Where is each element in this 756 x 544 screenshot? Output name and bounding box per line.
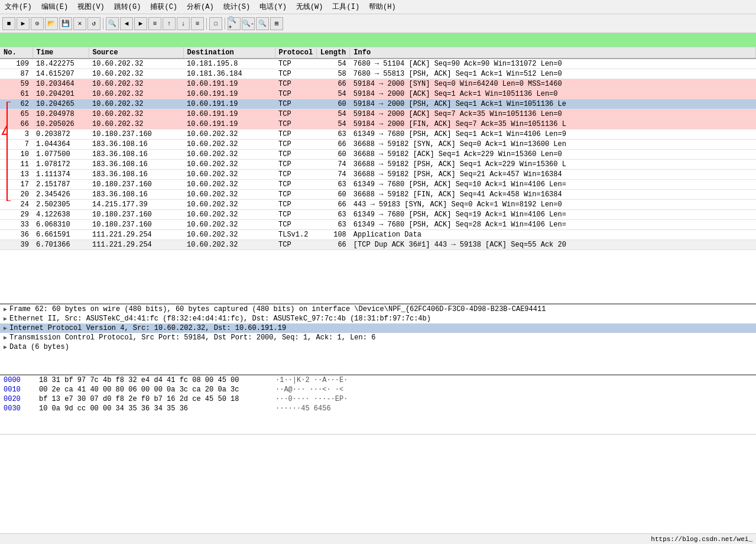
- col-header-source[interactable]: Source: [89, 47, 183, 59]
- table-row[interactable]: 109 18.422275 10.60.202.32 10.181.195.8 …: [0, 59, 756, 69]
- cell-protocol: TCP: [275, 190, 317, 200]
- find-button[interactable]: 🔍: [106, 17, 119, 30]
- col-header-destination[interactable]: Destination: [183, 47, 275, 59]
- table-row[interactable]: 62 10.204265 10.60.202.32 10.60.191.19 T…: [0, 99, 756, 109]
- cell-no: 39: [0, 240, 33, 250]
- table-row[interactable]: 7 1.044364 183.36.108.16 10.60.202.32 TC…: [0, 140, 756, 150]
- table-row[interactable]: 24 2.502305 14.215.177.39 10.60.202.32 T…: [0, 200, 756, 210]
- cell-dest: 10.60.191.19: [183, 119, 275, 129]
- statusbar: https://blog.csdn.net/wei_: [0, 533, 756, 544]
- cell-length: 54: [317, 109, 350, 119]
- table-row[interactable]: 87 14.615207 10.60.202.32 10.181.36.184 …: [0, 69, 756, 79]
- sep3: [225, 18, 225, 30]
- cell-dest: 10.60.202.32: [183, 230, 275, 240]
- table-row[interactable]: 65 10.204978 10.60.202.32 10.60.191.19 T…: [0, 109, 756, 119]
- filter-input[interactable]: tcp: [2, 36, 754, 44]
- open-button[interactable]: 📂: [45, 17, 58, 30]
- save-button[interactable]: 💾: [59, 17, 72, 30]
- hex-row: 0030 10 0a 9d cc 00 00 34 35 36 34 35 36…: [0, 404, 756, 413]
- detail-pane: ▶Frame 62: 60 bytes on wire (480 bits), …: [0, 305, 756, 375]
- col-header-info[interactable]: Info: [350, 47, 756, 59]
- cell-no: 20: [0, 190, 33, 200]
- goto-button[interactable]: ≡: [148, 17, 161, 30]
- table-row[interactable]: 66 10.205026 10.60.202.32 10.60.191.19 T…: [0, 119, 756, 129]
- menu-capture[interactable]: 捕获(C): [148, 1, 180, 12]
- cell-info: 61349 → 7680 [PSH, ACK] Seq=19 Ack=1 Win…: [350, 210, 756, 220]
- detail-item[interactable]: ▶Internet Protocol Version 4, Src: 10.60…: [0, 323, 756, 333]
- hex-pane: 0000 18 31 bf 97 7c 4b f8 32 e4 d4 41 fc…: [0, 375, 756, 435]
- col-header-protocol[interactable]: Protocol: [275, 47, 317, 59]
- cell-no: 29: [0, 210, 33, 220]
- close-button[interactable]: ✕: [73, 17, 86, 30]
- table-row[interactable]: 61 10.204201 10.60.202.32 10.60.191.19 T…: [0, 89, 756, 99]
- cell-protocol: TCP: [275, 129, 317, 140]
- sep2: [206, 18, 207, 30]
- detail-item[interactable]: ▶Transmission Control Protocol, Src Port…: [0, 333, 756, 342]
- table-row[interactable]: 17 2.151787 10.180.237.160 10.60.202.32 …: [0, 180, 756, 190]
- record-button[interactable]: ⊙: [31, 17, 44, 30]
- menu-file[interactable]: 文件(F): [2, 1, 34, 12]
- cell-time: 6.661591: [33, 230, 89, 240]
- detail-item[interactable]: ▶Ethernet II, Src: ASUSTekC_d4:41:fc (f8…: [0, 314, 756, 323]
- forward-button[interactable]: ▶: [134, 17, 147, 30]
- cell-source: 10.60.202.32: [89, 89, 183, 99]
- colorize-button[interactable]: ☐: [209, 17, 222, 30]
- packet-list-container[interactable]: No. Time Source Destination Protocol Len…: [0, 47, 756, 305]
- menu-edit[interactable]: 编辑(E): [39, 1, 71, 12]
- col-header-time[interactable]: Time: [33, 47, 89, 59]
- table-row[interactable]: 39 6.701366 111.221.29.254 10.60.202.32 …: [0, 240, 756, 250]
- table-row[interactable]: 33 6.068310 10.180.237.160 10.60.202.32 …: [0, 220, 756, 230]
- menu-jump[interactable]: 跳转(G): [112, 1, 144, 12]
- menu-stats[interactable]: 统计(S): [221, 1, 253, 12]
- col-header-no[interactable]: No.: [0, 47, 33, 59]
- table-row[interactable]: 10 1.077500 183.36.108.16 10.60.202.32 T…: [0, 150, 756, 160]
- cell-no: 3: [0, 129, 33, 140]
- table-row[interactable]: 3 0.203872 10.180.237.160 10.60.202.32 T…: [0, 129, 756, 140]
- menu-phone[interactable]: 电话(Y): [257, 1, 289, 12]
- cell-info: 59184 → 2000 [ACK] Seq=7 Ack=35 Win=1051…: [350, 109, 756, 119]
- stop-button[interactable]: ■: [2, 17, 15, 30]
- cell-no: 87: [0, 69, 33, 79]
- cell-length: 54: [317, 119, 350, 129]
- menu-view[interactable]: 视图(V): [75, 1, 107, 12]
- hex-bytes: 00 2e ca 41 40 00 80 06 00 00 0a 3c ca 2…: [39, 386, 264, 394]
- cell-dest: 10.60.202.32: [183, 200, 275, 210]
- zoom-reset-button[interactable]: 🔍: [256, 17, 269, 30]
- table-row[interactable]: 29 4.122638 10.180.237.160 10.60.202.32 …: [0, 210, 756, 220]
- table-row[interactable]: 13 1.111374 183.36.108.16 10.60.202.32 T…: [0, 170, 756, 180]
- cell-length: 74: [317, 170, 350, 180]
- cell-info: 61349 → 7680 [PSH, ACK] Seq=1 Ack=1 Win=…: [350, 129, 756, 140]
- menu-wireless[interactable]: 无线(W): [294, 1, 326, 12]
- scroll-button[interactable]: ≡: [191, 17, 204, 30]
- table-row[interactable]: 11 1.078172 183.36.108.16 10.60.202.32 T…: [0, 160, 756, 170]
- hex-offset: 0020: [4, 395, 27, 403]
- menu-help[interactable]: 帮助(H): [366, 1, 398, 12]
- col-header-length[interactable]: Length: [317, 47, 350, 59]
- menu-tools[interactable]: 工具(I): [330, 1, 362, 12]
- table-row[interactable]: 36 6.661591 111.221.29.254 10.60.202.32 …: [0, 230, 756, 240]
- cell-length: 66: [317, 240, 350, 250]
- cell-protocol: TCP: [275, 170, 317, 180]
- menu-analyze[interactable]: 分析(A): [184, 1, 216, 12]
- detail-item[interactable]: ▶Data (6 bytes): [0, 342, 756, 352]
- hex-ascii: ······45 6456: [275, 404, 331, 413]
- last-button[interactable]: ↓: [177, 17, 190, 30]
- zoom-in-button[interactable]: 🔍+: [228, 17, 241, 30]
- hex-ascii: ··A@··· ···<· ·<: [275, 386, 343, 394]
- resize-columns-button[interactable]: ⊞: [270, 17, 283, 30]
- zoom-out-button[interactable]: 🔍-: [242, 17, 255, 30]
- reload-button[interactable]: ↺: [87, 17, 100, 30]
- first-button[interactable]: ↑: [163, 17, 176, 30]
- start-button[interactable]: ▶: [17, 17, 30, 30]
- cell-length: 66: [317, 140, 350, 150]
- hex-row: 0000 18 31 bf 97 7c 4b f8 32 e4 d4 41 fc…: [0, 375, 756, 385]
- hex-bytes: 18 31 bf 97 7c 4b f8 32 e4 d4 41 fc 08 0…: [39, 376, 264, 384]
- table-row[interactable]: 20 2.345426 183.36.108.16 10.60.202.32 T…: [0, 190, 756, 200]
- cell-source: 111.221.29.254: [89, 230, 183, 240]
- table-row[interactable]: 59 10.203464 10.60.202.32 10.60.191.19 T…: [0, 79, 756, 89]
- cell-length: 58: [317, 69, 350, 79]
- cell-source: 183.36.108.16: [89, 150, 183, 160]
- detail-item[interactable]: ▶Frame 62: 60 bytes on wire (480 bits), …: [0, 305, 756, 314]
- back-button[interactable]: ◀: [120, 17, 133, 30]
- cell-source: 10.60.202.32: [89, 59, 183, 69]
